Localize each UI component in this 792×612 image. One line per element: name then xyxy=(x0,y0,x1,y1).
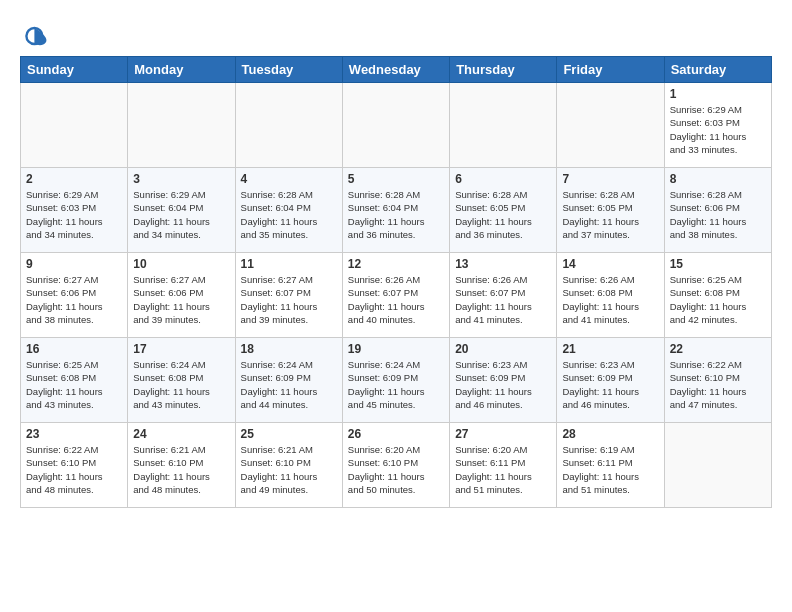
day-info: Sunrise: 6:28 AM Sunset: 6:05 PM Dayligh… xyxy=(562,188,658,241)
day-number: 28 xyxy=(562,427,658,441)
calendar-cell: 17Sunrise: 6:24 AM Sunset: 6:08 PM Dayli… xyxy=(128,338,235,423)
calendar-cell xyxy=(557,83,664,168)
day-number: 4 xyxy=(241,172,337,186)
day-info: Sunrise: 6:22 AM Sunset: 6:10 PM Dayligh… xyxy=(26,443,122,496)
day-number: 12 xyxy=(348,257,444,271)
calendar-week-row: 16Sunrise: 6:25 AM Sunset: 6:08 PM Dayli… xyxy=(21,338,772,423)
calendar-cell: 20Sunrise: 6:23 AM Sunset: 6:09 PM Dayli… xyxy=(450,338,557,423)
day-info: Sunrise: 6:29 AM Sunset: 6:03 PM Dayligh… xyxy=(26,188,122,241)
logo xyxy=(20,20,56,52)
calendar-cell: 19Sunrise: 6:24 AM Sunset: 6:09 PM Dayli… xyxy=(342,338,449,423)
day-number: 7 xyxy=(562,172,658,186)
page-header xyxy=(20,20,772,52)
day-number: 14 xyxy=(562,257,658,271)
calendar-cell xyxy=(342,83,449,168)
day-number: 3 xyxy=(133,172,229,186)
calendar-cell: 12Sunrise: 6:26 AM Sunset: 6:07 PM Dayli… xyxy=(342,253,449,338)
calendar-cell: 23Sunrise: 6:22 AM Sunset: 6:10 PM Dayli… xyxy=(21,423,128,508)
weekday-header: Tuesday xyxy=(235,57,342,83)
day-info: Sunrise: 6:25 AM Sunset: 6:08 PM Dayligh… xyxy=(670,273,766,326)
day-info: Sunrise: 6:28 AM Sunset: 6:04 PM Dayligh… xyxy=(348,188,444,241)
calendar-cell: 21Sunrise: 6:23 AM Sunset: 6:09 PM Dayli… xyxy=(557,338,664,423)
day-number: 18 xyxy=(241,342,337,356)
day-number: 21 xyxy=(562,342,658,356)
calendar-cell: 22Sunrise: 6:22 AM Sunset: 6:10 PM Dayli… xyxy=(664,338,771,423)
calendar-cell: 2Sunrise: 6:29 AM Sunset: 6:03 PM Daylig… xyxy=(21,168,128,253)
day-number: 25 xyxy=(241,427,337,441)
weekday-header: Thursday xyxy=(450,57,557,83)
calendar-week-row: 1Sunrise: 6:29 AM Sunset: 6:03 PM Daylig… xyxy=(21,83,772,168)
day-number: 26 xyxy=(348,427,444,441)
day-info: Sunrise: 6:21 AM Sunset: 6:10 PM Dayligh… xyxy=(241,443,337,496)
day-number: 20 xyxy=(455,342,551,356)
calendar-cell: 16Sunrise: 6:25 AM Sunset: 6:08 PM Dayli… xyxy=(21,338,128,423)
day-info: Sunrise: 6:19 AM Sunset: 6:11 PM Dayligh… xyxy=(562,443,658,496)
calendar-cell: 10Sunrise: 6:27 AM Sunset: 6:06 PM Dayli… xyxy=(128,253,235,338)
day-info: Sunrise: 6:29 AM Sunset: 6:04 PM Dayligh… xyxy=(133,188,229,241)
day-info: Sunrise: 6:20 AM Sunset: 6:11 PM Dayligh… xyxy=(455,443,551,496)
calendar-week-row: 23Sunrise: 6:22 AM Sunset: 6:10 PM Dayli… xyxy=(21,423,772,508)
day-number: 13 xyxy=(455,257,551,271)
day-number: 23 xyxy=(26,427,122,441)
calendar-header-row: SundayMondayTuesdayWednesdayThursdayFrid… xyxy=(21,57,772,83)
day-info: Sunrise: 6:24 AM Sunset: 6:09 PM Dayligh… xyxy=(348,358,444,411)
calendar-week-row: 2Sunrise: 6:29 AM Sunset: 6:03 PM Daylig… xyxy=(21,168,772,253)
day-number: 22 xyxy=(670,342,766,356)
day-info: Sunrise: 6:26 AM Sunset: 6:07 PM Dayligh… xyxy=(348,273,444,326)
day-number: 11 xyxy=(241,257,337,271)
calendar-cell xyxy=(128,83,235,168)
calendar-cell: 6Sunrise: 6:28 AM Sunset: 6:05 PM Daylig… xyxy=(450,168,557,253)
day-info: Sunrise: 6:27 AM Sunset: 6:07 PM Dayligh… xyxy=(241,273,337,326)
calendar-cell: 24Sunrise: 6:21 AM Sunset: 6:10 PM Dayli… xyxy=(128,423,235,508)
day-number: 2 xyxy=(26,172,122,186)
day-info: Sunrise: 6:28 AM Sunset: 6:05 PM Dayligh… xyxy=(455,188,551,241)
calendar-cell: 11Sunrise: 6:27 AM Sunset: 6:07 PM Dayli… xyxy=(235,253,342,338)
day-number: 15 xyxy=(670,257,766,271)
calendar-cell xyxy=(664,423,771,508)
day-info: Sunrise: 6:23 AM Sunset: 6:09 PM Dayligh… xyxy=(455,358,551,411)
day-number: 5 xyxy=(348,172,444,186)
day-info: Sunrise: 6:29 AM Sunset: 6:03 PM Dayligh… xyxy=(670,103,766,156)
weekday-header: Saturday xyxy=(664,57,771,83)
day-number: 9 xyxy=(26,257,122,271)
weekday-header: Monday xyxy=(128,57,235,83)
day-number: 27 xyxy=(455,427,551,441)
calendar-cell: 18Sunrise: 6:24 AM Sunset: 6:09 PM Dayli… xyxy=(235,338,342,423)
day-info: Sunrise: 6:21 AM Sunset: 6:10 PM Dayligh… xyxy=(133,443,229,496)
weekday-header: Friday xyxy=(557,57,664,83)
day-number: 1 xyxy=(670,87,766,101)
day-number: 19 xyxy=(348,342,444,356)
calendar-cell: 15Sunrise: 6:25 AM Sunset: 6:08 PM Dayli… xyxy=(664,253,771,338)
calendar-week-row: 9Sunrise: 6:27 AM Sunset: 6:06 PM Daylig… xyxy=(21,253,772,338)
day-info: Sunrise: 6:22 AM Sunset: 6:10 PM Dayligh… xyxy=(670,358,766,411)
calendar-cell: 1Sunrise: 6:29 AM Sunset: 6:03 PM Daylig… xyxy=(664,83,771,168)
calendar-cell: 4Sunrise: 6:28 AM Sunset: 6:04 PM Daylig… xyxy=(235,168,342,253)
calendar-cell: 13Sunrise: 6:26 AM Sunset: 6:07 PM Dayli… xyxy=(450,253,557,338)
calendar-cell: 28Sunrise: 6:19 AM Sunset: 6:11 PM Dayli… xyxy=(557,423,664,508)
day-number: 8 xyxy=(670,172,766,186)
day-info: Sunrise: 6:20 AM Sunset: 6:10 PM Dayligh… xyxy=(348,443,444,496)
day-info: Sunrise: 6:27 AM Sunset: 6:06 PM Dayligh… xyxy=(26,273,122,326)
calendar-table: SundayMondayTuesdayWednesdayThursdayFrid… xyxy=(20,56,772,508)
calendar-cell xyxy=(235,83,342,168)
calendar-cell xyxy=(21,83,128,168)
day-info: Sunrise: 6:25 AM Sunset: 6:08 PM Dayligh… xyxy=(26,358,122,411)
calendar-cell: 9Sunrise: 6:27 AM Sunset: 6:06 PM Daylig… xyxy=(21,253,128,338)
day-number: 6 xyxy=(455,172,551,186)
day-info: Sunrise: 6:26 AM Sunset: 6:07 PM Dayligh… xyxy=(455,273,551,326)
calendar-cell xyxy=(450,83,557,168)
weekday-header: Wednesday xyxy=(342,57,449,83)
calendar-cell: 7Sunrise: 6:28 AM Sunset: 6:05 PM Daylig… xyxy=(557,168,664,253)
day-number: 24 xyxy=(133,427,229,441)
calendar-cell: 5Sunrise: 6:28 AM Sunset: 6:04 PM Daylig… xyxy=(342,168,449,253)
calendar-cell: 3Sunrise: 6:29 AM Sunset: 6:04 PM Daylig… xyxy=(128,168,235,253)
day-number: 17 xyxy=(133,342,229,356)
day-number: 10 xyxy=(133,257,229,271)
logo-icon xyxy=(20,20,52,52)
calendar-cell: 8Sunrise: 6:28 AM Sunset: 6:06 PM Daylig… xyxy=(664,168,771,253)
calendar-cell: 25Sunrise: 6:21 AM Sunset: 6:10 PM Dayli… xyxy=(235,423,342,508)
weekday-header: Sunday xyxy=(21,57,128,83)
calendar-cell: 26Sunrise: 6:20 AM Sunset: 6:10 PM Dayli… xyxy=(342,423,449,508)
day-info: Sunrise: 6:27 AM Sunset: 6:06 PM Dayligh… xyxy=(133,273,229,326)
day-info: Sunrise: 6:26 AM Sunset: 6:08 PM Dayligh… xyxy=(562,273,658,326)
